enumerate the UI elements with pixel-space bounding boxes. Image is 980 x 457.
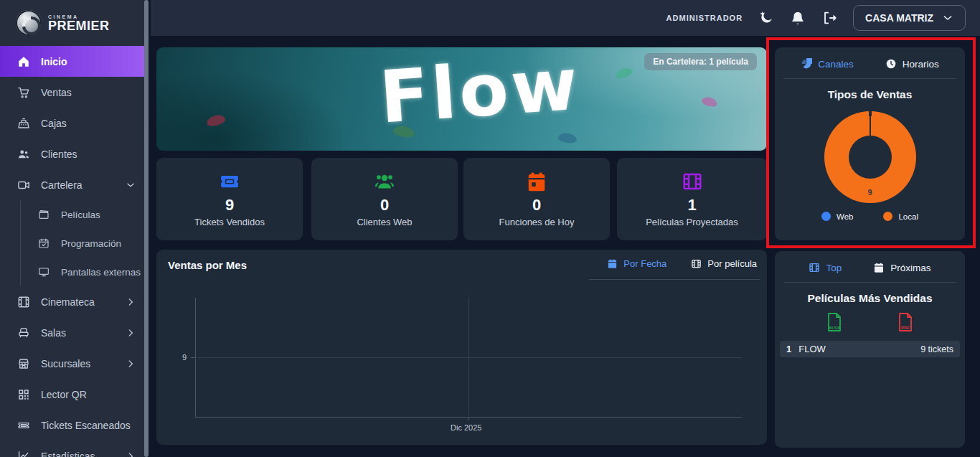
top-movies-title: Películas Más Vendidas [775,292,965,305]
brand-logo[interactable]: CINEMA PREMIER [0,0,147,46]
sidebar-scrollbar[interactable] [144,0,149,457]
fish-decoration [615,66,634,80]
movie-title: Flow [377,47,583,140]
sidebar-subitem-label: Programación [61,238,121,249]
topbar: ADMINISTRADOR CASA MATRIZ [151,0,980,36]
tab-por-fecha[interactable]: Por Fecha [607,258,666,269]
sales-types-donut-chart: 9 [824,111,916,203]
branch-selector[interactable]: CASA MATRIZ [853,5,966,31]
movie-tickets: 9 tickets [920,344,953,354]
sidebar-item-label: Tickets Escaneados [41,420,131,431]
donut-hole [849,136,892,179]
sales-types-panel: Canales Horarios Tipos de Ventas 9 Web L… [775,47,965,240]
tab-label: Por Fecha [623,258,666,269]
legend-item-local: Local [883,212,918,221]
sidebar-item-sucursales[interactable]: Sucursales [0,348,147,379]
cartelera-count-badge: En Cartelera: 1 película [644,53,757,70]
stat-value: 9 [225,197,234,214]
stat-value: 0 [532,197,541,214]
donut-ring: 9 [824,111,916,203]
legend-item-web: Web [821,212,853,221]
stat-label: Clientes Web [357,217,412,227]
tab-canales[interactable]: Canales [801,58,854,70]
dark-mode-moon-icon[interactable] [758,10,774,26]
monitor-icon [38,266,51,278]
legend-label: Web [837,212,853,221]
legend-dot-local [883,212,892,221]
sidebar-subitem-programacion[interactable]: Programación [21,229,147,258]
tab-top[interactable]: Top [809,262,842,273]
tab-label: Canales [818,59,854,70]
cinema-premier-logo-icon [16,10,42,36]
cash-register-icon [17,117,30,130]
calendar-check-icon [38,237,51,249]
sidebar: CINEMA PREMIER Inicio Ventas Cajas [0,0,147,457]
sidebar-subitem-label: Pantallas externas [61,267,141,278]
chevron-right-icon [126,328,136,338]
x-tick [468,417,469,420]
chevron-right-icon [126,451,136,457]
sidebar-item-ventas[interactable]: Ventas [0,77,147,108]
movie-rank: 1 [786,344,791,354]
legend-dot-web [821,212,831,221]
sidebar-item-clientes[interactable]: Clientes [0,138,147,169]
sidebar-item-inicio[interactable]: Inicio [0,46,147,77]
sidebar-item-lector-qr[interactable]: Lector QR [0,379,147,410]
sidebar-item-cinemateca[interactable]: Cinemateca [0,286,147,317]
tab-proximas[interactable]: Próximas [873,262,930,273]
export-buttons: XLSX PDF [775,312,965,334]
donut-legend: Web Local [775,212,965,221]
cartelera-submenu: Películas Programación Pantallas externa… [20,200,147,286]
sidebar-item-estadisticas[interactable]: Estadísticas [0,440,147,457]
channels-tabs: Canales Horarios [775,47,965,70]
sidebar-subitem-pantallas-externas[interactable]: Pantallas externas [21,258,147,286]
ticket-icon [219,171,240,192]
film-strip-icon [17,296,30,308]
sidebar-subitem-peliculas[interactable]: Películas [21,200,147,229]
export-pdf-icon[interactable]: PDF [896,312,915,334]
sidebar-item-label: Lector QR [41,389,87,400]
top-movies-tabs: Top Próximas [775,251,965,273]
tab-label: Horarios [903,59,939,70]
movie-banner[interactable]: Flow En Cartelera: 1 película [156,47,767,151]
store-icon [17,357,30,370]
gridline-dic [468,298,469,417]
sidebar-subitem-label: Películas [61,209,100,220]
stat-label: Funciones de Hoy [499,217,575,227]
stat-value: 0 [380,197,389,214]
stat-card-tickets-vendidos: 9 Tickets Vendidos [156,158,303,240]
tab-por-pelicula[interactable]: Por película [691,258,757,269]
calendar-icon [873,262,885,273]
film-icon [682,171,703,192]
svg-text:XLSX: XLSX [829,326,840,330]
branch-label: CASA MATRIZ [865,12,933,24]
clapperboard-icon [38,209,51,220]
sidebar-item-label: Cartelera [41,179,83,191]
svg-text:PDF: PDF [901,326,910,330]
sidebar-item-label: Cajas [41,118,67,129]
film-icon [809,262,820,273]
sidebar-item-label: Inicio [41,56,67,67]
users-icon [17,148,30,161]
sidebar-item-label: Cinemateca [41,296,95,308]
sidebar-item-cajas[interactable]: Cajas [0,108,147,138]
tab-horarios[interactable]: Horarios [885,58,939,70]
fish-decoration [557,132,578,143]
brand-name-label: PREMIER [48,19,110,32]
logout-icon[interactable] [821,10,837,26]
sales-view-tabs: Por Fecha Por película [607,258,757,269]
chevron-right-icon [126,359,136,369]
calendar-icon [607,258,618,269]
video-icon [17,179,30,192]
sidebar-item-label: Estadísticas [41,451,95,457]
qr-icon [17,388,30,401]
y-tick [191,357,195,358]
sidebar-item-cartelera[interactable]: Cartelera [0,169,147,200]
top-movie-row[interactable]: 1 FLOW 9 tickets [780,341,960,357]
chevron-down-icon [942,12,953,24]
tab-label: Por película [707,258,757,269]
sidebar-item-tickets-escaneados[interactable]: Tickets Escaneados [0,410,147,440]
sidebar-item-salas[interactable]: Salas [0,317,147,348]
bell-icon[interactable] [790,10,806,26]
export-xlsx-icon[interactable]: XLSX [825,312,844,334]
